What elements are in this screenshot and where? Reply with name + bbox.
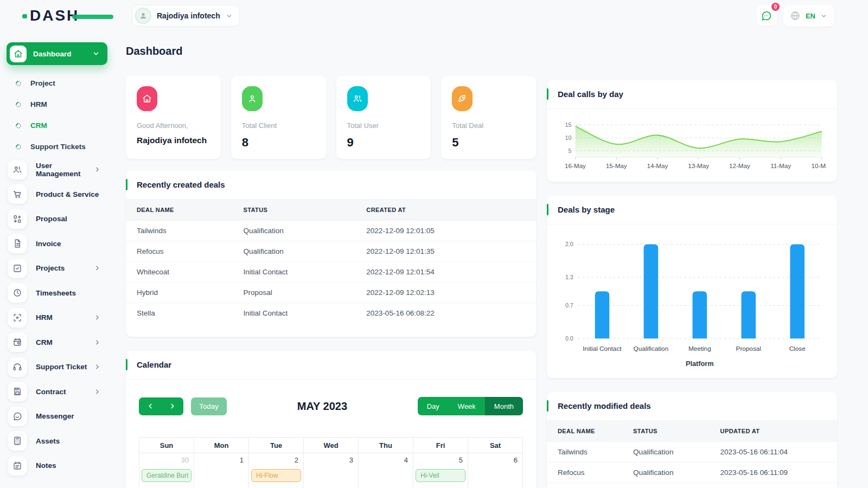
calendar-prev-button[interactable] (139, 397, 161, 415)
stat-value: 5 (452, 136, 525, 150)
bar-chart-svg: 0.00.71.32.0Initial ContactQualification… (553, 232, 831, 372)
calendar-day-number: 3 (304, 453, 358, 464)
calendar-event-hi-veil[interactable]: Hi-Veil (416, 469, 465, 482)
sidebar-item-notes[interactable]: Notes (7, 453, 107, 478)
chevron-right-icon (94, 265, 101, 272)
svg-text:Meeting: Meeting (688, 344, 711, 351)
svg-text:0.0: 0.0 (565, 335, 573, 341)
sidebar-item-assets[interactable]: Assets (7, 429, 107, 454)
sidebar-item-support-ticket[interactable]: Support Ticket (7, 355, 107, 380)
calendar-day-number: 6 (468, 453, 522, 464)
floppy-icon (12, 387, 22, 396)
sidebar-item-contract[interactable]: Contract (7, 380, 107, 404)
stat-cards: Good Afternoon, Rajodiya infotech Total … (126, 76, 536, 159)
cart-icon (12, 189, 22, 199)
stat-label: Total Deal (452, 121, 525, 130)
chevron-right-icon (94, 166, 101, 173)
sidebar-subitem-project[interactable]: Project (7, 73, 107, 94)
sidebar-item-proposal[interactable]: Proposal (7, 207, 107, 232)
calendar-view-day[interactable]: Day (418, 397, 449, 415)
created-deals-cell: Tailwinds (126, 221, 233, 241)
sidebar-item-label: User Management (36, 162, 94, 178)
deals-by-stage-card: Deals by stage 0.00.71.32.0Initial Conta… (547, 196, 837, 378)
sidebar-subitem-hrm[interactable]: HRM (7, 94, 107, 115)
area-chart-svg: 51015 16-May15-May14-May13-May12-May11-M… (556, 117, 826, 176)
calendar-view-week[interactable]: Week (449, 397, 485, 415)
card-header: Deal calls by day (547, 80, 837, 109)
calendar-event-geraldine-burt[interactable]: Geraldine Burt (142, 469, 192, 482)
icon-tile (8, 332, 27, 352)
calendar-event-hi-flow[interactable]: Hi-Flow (251, 469, 301, 482)
calendar-day-cell-2[interactable]: 2Hi-Flow (249, 453, 304, 488)
users-icon (353, 94, 362, 104)
calendar-day-header-fri: Fri (413, 438, 468, 453)
sidebar-subitem-label: CRM (30, 121, 47, 130)
sidebar-item-messenger[interactable]: Messenger (7, 404, 107, 429)
created-deals-cell: Proposal (233, 282, 356, 303)
chevron-right-icon (94, 339, 101, 346)
calendar-day-number: 30 (139, 453, 194, 464)
sidebar-item-dashboard[interactable]: Dashboard (7, 42, 107, 65)
sidebar-item-crm[interactable]: CRM (7, 330, 107, 355)
calendar-day-cell-5[interactable]: 5Hi-Veil (413, 453, 468, 488)
created-deals-cell: 2022-12-09 12:01:05 (355, 221, 536, 241)
stat-card-total-deal: Total Deal 5 (441, 76, 536, 159)
home-icon (142, 94, 152, 104)
calendar-day-cell-4[interactable]: 4 (359, 453, 413, 488)
headset-icon (12, 362, 22, 372)
messages-button[interactable]: 0 (756, 5, 777, 26)
ring-icon (15, 79, 22, 87)
deal-calls-card: Deal calls by day 51015 16-May15-May14-M… (547, 80, 837, 182)
modified-deals-cell: 2023-05-16 06:11:09 (710, 463, 837, 483)
sidebar-item-projects[interactable]: Projects (7, 256, 107, 281)
chevron-right-icon (94, 314, 101, 321)
created-deals-header-row: DEAL NAMESTATUSCREATED AT (126, 200, 536, 221)
calendar-today-button[interactable]: Today (191, 397, 227, 415)
svg-text:13-May: 13-May (688, 162, 709, 169)
chat-bubble-icon (761, 10, 772, 22)
calendar-day-header-mon: Mon (194, 438, 249, 453)
calendar-day-header-row: SunMonTueWedThuFriSat (139, 438, 523, 453)
calendar-toolbar: Today MAY 2023 DayWeekMonth (139, 397, 523, 415)
sidebar-subitem-label: Project (30, 79, 55, 87)
calendar-view-month[interactable]: Month (485, 397, 523, 415)
created-deals-row-whitecoat: WhitecoatInitial Contact2022-12-09 12:01… (126, 262, 536, 282)
calendar-grid: SunMonTueWedThuFriSat30Geraldine Burt12H… (139, 437, 523, 488)
calendar-day-cell-1[interactable]: 1 (194, 453, 249, 488)
sidebar-item-invoice[interactable]: Invoice (7, 232, 107, 256)
calendar-next-button[interactable] (161, 397, 183, 415)
language-code: EN (806, 12, 815, 20)
icon-tile (8, 456, 27, 476)
created-deals-row-refocus: RefocusQualification2022-12-09 12:01:35 (126, 241, 536, 262)
calendar-day-cell-6[interactable]: 6 (468, 453, 523, 488)
svg-text:1.3: 1.3 (565, 273, 573, 280)
page-title: Dashboard (126, 43, 536, 59)
calendar-nav (139, 397, 183, 415)
sidebar-subitem-support-tickets[interactable]: Support Tickets (7, 136, 107, 157)
modified-deals-table: DEAL NAMESTATUSUPDATED ATTailwindsQualif… (547, 421, 837, 488)
deals-by-stage-chart: 0.00.71.32.0Initial ContactQualification… (547, 224, 837, 378)
calendar-day-cell-3[interactable]: 3 (304, 453, 359, 488)
sidebar-subitem-crm[interactable]: CRM (7, 115, 107, 136)
svg-text:2.0: 2.0 (565, 241, 573, 247)
calendar-week-row: 30Geraldine Burt12Hi-Flow345Hi-Veil6 (139, 453, 523, 488)
svg-text:12-May: 12-May (729, 162, 750, 169)
sidebar-item-user-management[interactable]: User Management (7, 157, 107, 182)
svg-text:Initial Contact: Initial Contact (583, 344, 622, 351)
topbar-actions: 0 EN (756, 5, 834, 27)
chevron-down-icon (820, 12, 827, 20)
home-icon (10, 46, 27, 62)
sidebar-item-product-service[interactable]: Product & Service (7, 182, 107, 207)
language-selector[interactable]: EN (783, 5, 834, 27)
icon-tile (8, 357, 27, 377)
card-title: Deal calls by day (558, 89, 623, 99)
workspace-selector[interactable]: Rajodiya infotech (132, 5, 240, 27)
calendar-day-cell-30[interactable]: 30Geraldine Burt (139, 453, 194, 488)
sidebar-item-hrm[interactable]: HRM (7, 305, 107, 330)
card-header: Deals by stage (547, 196, 837, 224)
sidebar-item-label: Projects (36, 264, 65, 272)
users-icon (12, 165, 22, 175)
calendar-month-title: MAY 2023 (227, 400, 418, 413)
sidebar-item-timesheets[interactable]: Timesheets (7, 281, 107, 306)
chevron-right-icon (94, 388, 101, 395)
